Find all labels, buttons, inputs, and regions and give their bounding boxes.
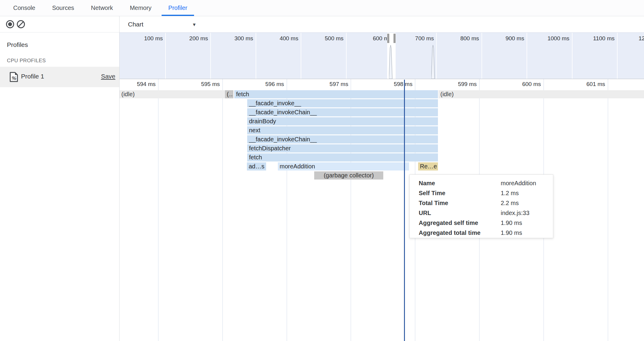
profile-list-item[interactable]: % Profile 1 Save xyxy=(0,67,119,87)
overview-gridline xyxy=(256,33,256,79)
overview-tick-label: 1000 ms xyxy=(543,35,570,42)
flame-bar[interactable]: __facade_invokeChain__ xyxy=(247,135,438,143)
ruler-tick-label: 601 ms xyxy=(578,79,605,89)
tooltip-row: Aggregated total time1.90 ms xyxy=(419,228,553,238)
overview-tick-label: 300 ms xyxy=(227,35,253,42)
tab-label: Sources xyxy=(52,5,74,11)
overview-tick-label: 100 ms xyxy=(136,35,163,42)
view-mode-select[interactable]: Chart ▼ xyxy=(128,20,203,29)
tab-label: Network xyxy=(91,5,113,11)
flame-bar[interactable]: (idle) xyxy=(439,90,644,98)
tab-memory[interactable]: Memory xyxy=(121,0,160,16)
svg-text:%: % xyxy=(12,75,16,81)
overview-tick-label: 400 ms xyxy=(272,35,298,42)
flame-bar[interactable]: next xyxy=(247,126,438,134)
profiler-toolbar xyxy=(0,16,119,32)
overview-tick-label: 700 ms xyxy=(407,35,434,42)
tooltip-field-label: URL xyxy=(419,208,501,218)
profile-document-icon: % xyxy=(10,72,18,82)
clear-slash xyxy=(18,21,24,27)
flame-bar[interactable]: (idle) xyxy=(120,90,225,98)
overview-tick-label-partial: 12 xyxy=(639,35,644,42)
tab-label: Memory xyxy=(130,5,151,11)
ruler-tick-label: 598 ms xyxy=(385,79,412,89)
detail-gridline xyxy=(222,79,223,341)
tooltip-field-label: Aggregated total time xyxy=(419,228,501,238)
tab-console[interactable]: Console xyxy=(5,0,44,16)
tooltip-field-value: 2.2 ms xyxy=(501,198,519,208)
overview-gridline xyxy=(572,33,573,79)
timeline-cursor-line xyxy=(404,80,405,341)
tab-label: Profiler xyxy=(168,5,187,11)
timeline-ruler: 594 ms595 ms596 ms597 ms598 ms599 ms600 … xyxy=(120,79,644,89)
selection-handle-left[interactable] xyxy=(387,33,390,43)
cpu-activity-spike xyxy=(431,45,435,79)
flame-bar[interactable]: drainBody xyxy=(247,117,438,125)
overview-gridline xyxy=(436,33,437,79)
flame-bar[interactable]: Re…e xyxy=(418,162,438,170)
tooltip-field-label: Total Time xyxy=(419,198,501,208)
flame-bar[interactable]: moreAddition xyxy=(278,162,409,170)
ruler-tick-label: 600 ms xyxy=(514,79,541,89)
view-mode-value: Chart xyxy=(128,21,143,28)
tab-network[interactable]: Network xyxy=(83,0,121,16)
tooltip-field-label: Aggregated self time xyxy=(419,218,501,228)
overview-gridline xyxy=(481,33,482,79)
ruler-tick-label: 594 ms xyxy=(129,79,156,89)
frame-details-tooltip: NamemoreAdditionSelf Time1.2 msTotal Tim… xyxy=(409,174,553,238)
overview-tick-label: 600 m xyxy=(362,35,389,42)
overview-gridline xyxy=(617,33,618,79)
overview-tick-label: 1100 ms xyxy=(588,35,615,42)
flame-bar[interactable]: (… xyxy=(225,90,233,98)
overview-tick-label: 900 ms xyxy=(498,35,524,42)
overview-gridline xyxy=(165,33,166,79)
ruler-tick-label: 595 ms xyxy=(193,79,220,89)
record-button-icon[interactable] xyxy=(6,20,14,28)
chevron-down-icon: ▼ xyxy=(192,22,196,27)
flame-bar[interactable]: fetch xyxy=(234,90,438,98)
tooltip-row: NamemoreAddition xyxy=(419,178,553,188)
flame-bar[interactable]: __facade_invokeChain__ xyxy=(247,108,438,116)
tooltip-row: URLindex.js:33 xyxy=(419,208,553,218)
ruler-tick-label: 599 ms xyxy=(450,79,477,89)
flame-bar[interactable]: ad…s xyxy=(247,162,266,170)
ruler-tick-label: 596 ms xyxy=(257,79,284,89)
record-dot xyxy=(8,22,12,26)
overview-gridline xyxy=(346,33,347,79)
tooltip-row: Aggregated self time1.90 ms xyxy=(419,218,553,228)
profiler-main-panel: Chart ▼ 100 ms200 ms300 ms400 ms500 ms60… xyxy=(120,16,644,341)
detail-gridline xyxy=(608,79,608,341)
tooltip-row: Total Time2.2 ms xyxy=(419,198,553,208)
tooltip-field-value: moreAddition xyxy=(501,178,536,188)
cpu-profiles-section-header: CPU PROFILES xyxy=(7,58,46,64)
chart-toolbar: Chart ▼ xyxy=(120,16,644,32)
ruler-tick-label: 597 ms xyxy=(321,79,348,89)
tab-sources[interactable]: Sources xyxy=(44,0,82,16)
flame-bar[interactable]: (garbage collector) xyxy=(314,171,383,180)
overview-gridline xyxy=(301,33,301,79)
tooltip-field-value: 1.90 ms xyxy=(501,228,522,238)
profile-name: Profile 1 xyxy=(21,73,44,80)
tab-label: Console xyxy=(13,5,35,11)
tab-profiler[interactable]: Profiler xyxy=(160,0,196,16)
devtools-tab-bar: Console Sources Network Memory Profiler xyxy=(0,0,644,16)
overview-tick-label: 500 ms xyxy=(317,35,344,42)
tooltip-field-label: Name xyxy=(419,178,501,188)
flame-bar[interactable]: fetch xyxy=(247,153,438,161)
overview-tick-label: 200 ms xyxy=(181,35,208,42)
profile-save-link[interactable]: Save xyxy=(101,73,115,80)
tooltip-field-label: Self Time xyxy=(419,188,501,198)
clear-all-profiles-icon[interactable] xyxy=(17,20,25,28)
sidebar-title: Profiles xyxy=(7,41,28,48)
tooltip-field-value: index.js:33 xyxy=(501,208,530,218)
tooltip-field-value: 1.2 ms xyxy=(501,188,519,198)
tooltip-row: Self Time1.2 ms xyxy=(419,188,553,198)
flame-bar[interactable]: fetchDispatcher xyxy=(247,144,438,152)
flame-bar[interactable]: __facade_invoke__ xyxy=(247,99,438,107)
profile-overview-strip[interactable]: 100 ms200 ms300 ms400 ms500 ms600 m700 m… xyxy=(120,32,644,79)
profiles-sidebar: Profiles CPU PROFILES % Profile 1 Save xyxy=(0,16,120,341)
overview-gridline xyxy=(527,33,527,79)
overview-gridline xyxy=(210,33,211,79)
selection-handle-right[interactable] xyxy=(393,33,396,43)
tooltip-field-value: 1.90 ms xyxy=(501,218,522,228)
